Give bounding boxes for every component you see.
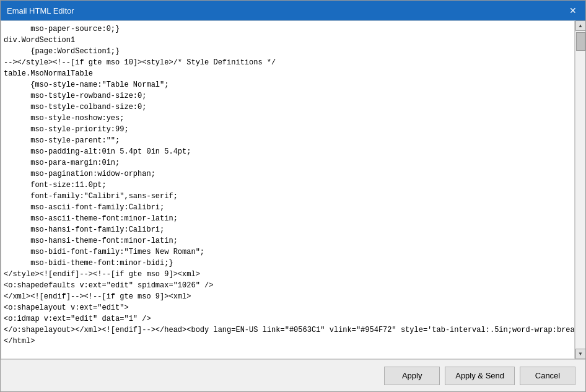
scroll-thumb[interactable]	[576, 32, 585, 51]
title-bar: Email HTML Editor ✕	[1, 1, 585, 20]
apply-send-button[interactable]: Apply & Send	[445, 367, 515, 385]
cancel-button[interactable]: Cancel	[520, 367, 575, 385]
footer: Apply Apply & Send Cancel	[1, 359, 585, 391]
html-editor[interactable]	[1, 20, 575, 359]
close-button[interactable]: ✕	[567, 4, 579, 17]
dialog-title: Email HTML Editor	[7, 6, 74, 15]
scroll-track	[575, 31, 586, 349]
email-html-editor-dialog: Email HTML Editor ✕ ▲ ▼ Apply Apply & Se…	[0, 0, 586, 392]
vertical-scrollbar: ▲ ▼	[575, 20, 585, 359]
apply-button[interactable]: Apply	[384, 367, 440, 385]
scroll-down-button[interactable]: ▼	[575, 349, 586, 359]
editor-area: ▲ ▼	[1, 20, 585, 359]
scroll-up-button[interactable]: ▲	[575, 20, 586, 31]
